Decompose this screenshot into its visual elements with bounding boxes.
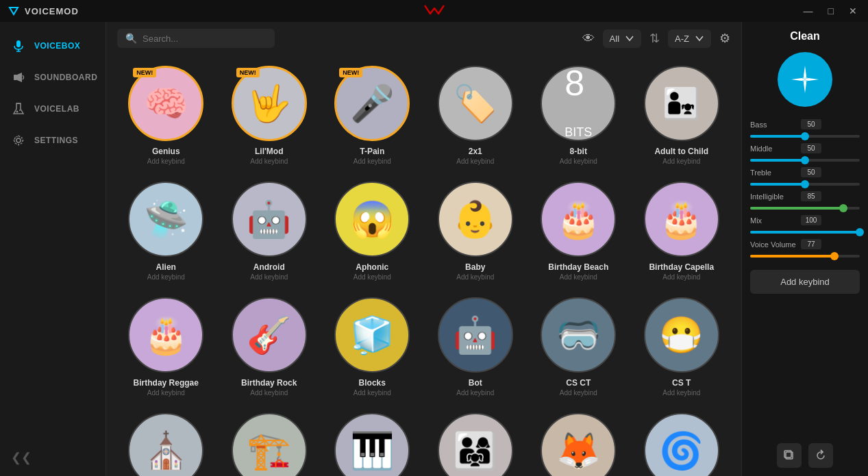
voice-name-genius: Genius <box>152 147 180 156</box>
voice-keybind-tpain[interactable]: Add keybind <box>354 158 391 165</box>
voice-keybind-bot[interactable]: Add keybind <box>456 389 494 397</box>
middle-slider[interactable] <box>750 159 860 162</box>
voice-card-v23[interactable]: 🦊 <box>530 408 628 476</box>
voice-card-v22[interactable]: 👨‍👩‍👧 <box>427 408 525 476</box>
voice-card-birthdayrock[interactable]: 🎸 Birthday Rock Add keybind <box>221 292 319 402</box>
voice-card-tpain[interactable]: NEW! 🎤 T-Pain Add keybind <box>323 60 421 171</box>
voice-card-adulttochild[interactable]: 👨‍👧 Adult to Child Add keybind <box>633 60 731 171</box>
voice-card-aphonic[interactable]: 😱 Aphonic Add keybind <box>323 176 421 286</box>
voice-keybind-2x1[interactable]: Add keybind <box>456 158 494 165</box>
voice-card-v21[interactable]: 🎹 <box>323 408 421 476</box>
slider-row-bass: Bass 50 <box>750 119 860 129</box>
voice-card-v24[interactable]: 🌀 <box>633 408 731 476</box>
voice-card-cst[interactable]: 😷 CS T Add keybind <box>633 292 731 402</box>
voice-card-v20[interactable]: 🏗️ <box>221 408 319 476</box>
voice-name-baby: Baby <box>465 262 485 272</box>
voice-card-birthdaybeach[interactable]: 🎂 Birthday Beach Add keybind <box>530 176 628 286</box>
voice-keybind-alien[interactable]: Add keybind <box>147 273 185 281</box>
voice-card-8bit[interactable]: 8BITS 8-bit Add keybind <box>530 60 628 171</box>
add-keybind-button[interactable]: Add keybind <box>750 270 860 294</box>
voice-name-aphonic: Aphonic <box>356 262 388 272</box>
bass-slider[interactable] <box>750 135 860 138</box>
sidebar-label-voicelab: VOICELAB <box>34 104 79 114</box>
voice-keybind-birthdayreggae[interactable]: Add keybind <box>147 389 185 397</box>
intelligible-value: 85 <box>801 191 821 201</box>
voice-card-lilmod[interactable]: NEW! 🤟 Lil'Mod Add keybind <box>221 60 319 171</box>
voice-name-2x1: 2x1 <box>469 147 482 156</box>
fx-settings-icon[interactable]: ⚙ <box>719 31 730 46</box>
voice-card-church[interactable]: ⛪ <box>117 408 215 476</box>
voice-grid-container[interactable]: NEW! 🧠 Genius Add keybind NEW! 🤟 Lil'Mod… <box>106 55 741 476</box>
sidebar-label-settings: SETTINGS <box>34 136 78 145</box>
voice-name-android: Android <box>253 262 285 272</box>
filter-all-dropdown[interactable]: All <box>603 29 641 48</box>
treble-slider[interactable] <box>750 183 860 186</box>
sidebar-item-voicelab[interactable]: VOICELAB <box>0 93 106 125</box>
sidebar-label-voicebox: VOICEBOX <box>34 41 80 51</box>
chevron-down-icon <box>625 34 634 43</box>
sidebar-item-voicebox[interactable]: VOICEBOX <box>0 30 106 62</box>
voice-card-birthdaycapella[interactable]: 🎂 Birthday Capella Add keybind <box>633 176 731 286</box>
voice-card-genius[interactable]: NEW! 🧠 Genius Add keybind <box>117 60 215 171</box>
voice-card-android[interactable]: 🤖 Android Add keybind <box>221 176 319 286</box>
copy-button[interactable] <box>777 443 802 468</box>
voice-keybind-aphonic[interactable]: Add keybind <box>354 273 391 281</box>
slider-row-intelligible: Intelligible 85 <box>750 191 860 201</box>
voice-keybind-blocks[interactable]: Add keybind <box>354 389 391 397</box>
slider-row-voicevolume: Voice Volume 77 <box>750 239 860 249</box>
sidebar-item-settings[interactable]: SETTINGS <box>0 125 106 156</box>
voice-name-csct: CS CT <box>566 378 591 388</box>
svg-point-11 <box>802 77 808 82</box>
voice-card-alien[interactable]: 🛸 Alien Add keybind <box>117 176 215 286</box>
sort-az-dropdown[interactable]: A-Z <box>668 29 711 48</box>
content-area: 🔍 👁 All ⇅ A-Z ⚙ NEW! <box>106 22 741 476</box>
search-input[interactable] <box>142 34 266 44</box>
voice-card-birthdayreggae[interactable]: 🎂 Birthday Reggae Add keybind <box>117 292 215 402</box>
voicevolume-label: Voice Volume <box>750 240 797 249</box>
sidebar-item-soundboard[interactable]: SOUNDBOARD <box>0 62 106 93</box>
voice-keybind-genius[interactable]: Add keybind <box>147 158 185 165</box>
voice-card-bot[interactable]: 🤖 Bot Add keybind <box>427 292 525 402</box>
voice-keybind-8bit[interactable]: Add keybind <box>560 158 597 165</box>
sparkle-icon <box>788 62 822 97</box>
maximize-button[interactable]: □ <box>826 4 836 18</box>
right-panel: Clean Bass 50 <box>741 22 868 476</box>
flask-icon <box>11 101 26 116</box>
voice-card-baby[interactable]: 👶 Baby Add keybind <box>427 176 525 286</box>
svg-point-9 <box>16 138 21 142</box>
close-button[interactable]: ✕ <box>846 4 860 18</box>
voicevolume-slider[interactable] <box>750 255 860 258</box>
voice-keybind-birthdayrock[interactable]: Add keybind <box>250 389 288 397</box>
clean-voice-icon <box>778 52 832 107</box>
voice-keybind-android[interactable]: Add keybind <box>250 273 288 281</box>
intelligible-slider[interactable] <box>750 207 860 210</box>
voice-keybind-csct[interactable]: Add keybind <box>560 389 597 397</box>
minimize-button[interactable]: — <box>801 4 816 18</box>
sound-icon <box>11 70 26 85</box>
titlebar-center-logo <box>422 3 447 19</box>
voice-card-blocks[interactable]: 🧊 Blocks Add keybind <box>323 292 421 402</box>
visibility-icon[interactable]: 👁 <box>582 32 595 46</box>
voice-grid: NEW! 🧠 Genius Add keybind NEW! 🤟 Lil'Mod… <box>117 60 730 476</box>
refresh-icon <box>815 449 827 462</box>
voice-keybind-adulttochild[interactable]: Add keybind <box>662 158 700 165</box>
svg-rect-1 <box>16 40 21 47</box>
voice-card-2x1[interactable]: 🏷️ 2x1 Add keybind <box>427 60 525 171</box>
copy-icon <box>783 449 795 462</box>
voice-card-csct[interactable]: 🥽 CS CT Add keybind <box>530 292 628 402</box>
new-badge-tpain: NEW! <box>339 68 362 77</box>
app-title: VOICEMOD <box>25 6 79 16</box>
mix-slider[interactable] <box>750 231 860 234</box>
voice-keybind-lilmod[interactable]: Add keybind <box>250 158 288 165</box>
sidebar-collapse-btn[interactable]: ❮❮ <box>0 439 106 476</box>
center-logo-icon <box>422 3 447 16</box>
voice-keybind-birthdaybeach[interactable]: Add keybind <box>560 273 597 281</box>
slider-row-middle: Middle 50 <box>750 143 860 153</box>
refresh-button[interactable] <box>808 443 833 468</box>
slider-row-treble: Treble 50 <box>750 167 860 177</box>
voice-keybind-cst[interactable]: Add keybind <box>662 389 700 397</box>
gear-icon <box>11 133 26 148</box>
voice-name-birthdaybeach: Birthday Beach <box>548 262 608 272</box>
voice-keybind-baby[interactable]: Add keybind <box>456 273 494 281</box>
voice-keybind-birthdaycapella[interactable]: Add keybind <box>662 273 700 281</box>
